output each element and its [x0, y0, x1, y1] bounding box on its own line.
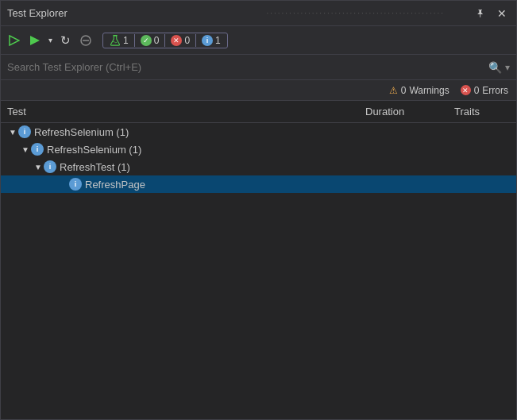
flask-count: 1	[123, 35, 129, 46]
window-title: Test Explorer	[7, 7, 240, 19]
error-status-icon: ✕	[461, 85, 471, 95]
badge-sep-2	[164, 34, 165, 47]
error-count: 0	[184, 35, 190, 46]
node-label-3: RefreshTest (1)	[60, 161, 130, 173]
search-dropdown-icon[interactable]: ▾	[505, 62, 510, 73]
refresh-button[interactable]: ↻	[57, 32, 74, 49]
run-dropdown-button[interactable]: ▾	[47, 34, 54, 46]
col-header-traits: Traits	[454, 106, 510, 118]
expand-arrow-3: ▼	[33, 163, 44, 171]
expand-arrow-2: ▼	[20, 145, 31, 154]
badge-group: 1 ✓ 0 ✕ 0 i 1	[102, 33, 228, 48]
node-icon-4: i	[69, 178, 82, 191]
search-bar: 🔍 ▾	[1, 55, 516, 80]
badge-sep-3	[195, 34, 196, 47]
node-label-1: RefreshSelenium (1)	[34, 126, 129, 138]
close-button[interactable]: ✕	[494, 6, 510, 21]
run-selected-icon	[29, 35, 41, 46]
badge-flask[interactable]: 1	[106, 34, 133, 47]
node-icon-3: i	[44, 160, 56, 173]
badge-info[interactable]: i 1	[198, 34, 225, 47]
badge-error[interactable]: ✕ 0	[167, 34, 194, 47]
check-circle-icon: ✓	[141, 35, 152, 46]
table-row[interactable]: ▼ i RefreshSelenium (1)	[1, 123, 516, 141]
search-input[interactable]	[7, 61, 488, 73]
svg-rect-4	[113, 35, 117, 36]
warnings-status: ⚠ 0 Warnings	[389, 85, 449, 96]
col-header-test: Test	[7, 106, 359, 118]
run-selected-button[interactable]	[26, 33, 44, 48]
errors-status: ✕ 0 Errors	[461, 85, 508, 96]
svg-marker-0	[10, 36, 19, 45]
col-header-duration: Duration	[359, 106, 454, 118]
node-icon-1: i	[18, 125, 31, 138]
run-all-icon	[9, 35, 20, 46]
table-row[interactable]: ▼ i RefreshSelenium (1)	[1, 141, 516, 158]
test-explorer-window: Test Explorer ··························…	[0, 0, 517, 420]
tree-header: Test Duration Traits	[1, 101, 516, 123]
check-count: 0	[154, 35, 160, 46]
badge-sep-1	[134, 34, 135, 47]
badge-check[interactable]: ✓ 0	[137, 34, 164, 47]
x-circle-icon: ✕	[171, 35, 182, 46]
toolbar: ▾ ↻ 1 ✓	[1, 26, 516, 55]
search-icon[interactable]: 🔍	[488, 61, 502, 74]
errors-label: Errors	[482, 85, 508, 96]
flask-icon	[110, 35, 121, 46]
node-label-2: RefreshSelenium (1)	[47, 144, 141, 156]
svg-marker-1	[30, 36, 40, 45]
run-all-button[interactable]	[6, 33, 23, 48]
info-count: 1	[215, 35, 221, 46]
title-buttons: 🖈 ✕	[472, 6, 510, 21]
table-row[interactable]: ▶ i RefreshPage	[1, 175, 516, 193]
errors-count: 0	[474, 85, 480, 96]
title-bar: Test Explorer ··························…	[1, 1, 516, 26]
warning-icon: ⚠	[389, 85, 398, 96]
info-circle-icon: i	[202, 35, 213, 46]
cancel-icon	[80, 35, 91, 46]
pin-button[interactable]: 🖈	[472, 6, 489, 21]
status-bar: ⚠ 0 Warnings ✕ 0 Errors	[1, 80, 516, 101]
table-row[interactable]: ▼ i RefreshTest (1)	[1, 158, 516, 175]
cancel-button[interactable]	[77, 33, 95, 48]
refresh-icon: ↻	[60, 33, 71, 48]
warnings-label: Warnings	[409, 85, 449, 96]
tree-content: ▼ i RefreshSelenium (1) ▼ i RefreshSelen…	[1, 123, 516, 419]
node-label-4: RefreshPage	[85, 179, 145, 191]
warnings-count: 0	[401, 85, 407, 96]
node-icon-2: i	[31, 143, 44, 156]
expand-arrow-1: ▼	[7, 128, 18, 137]
